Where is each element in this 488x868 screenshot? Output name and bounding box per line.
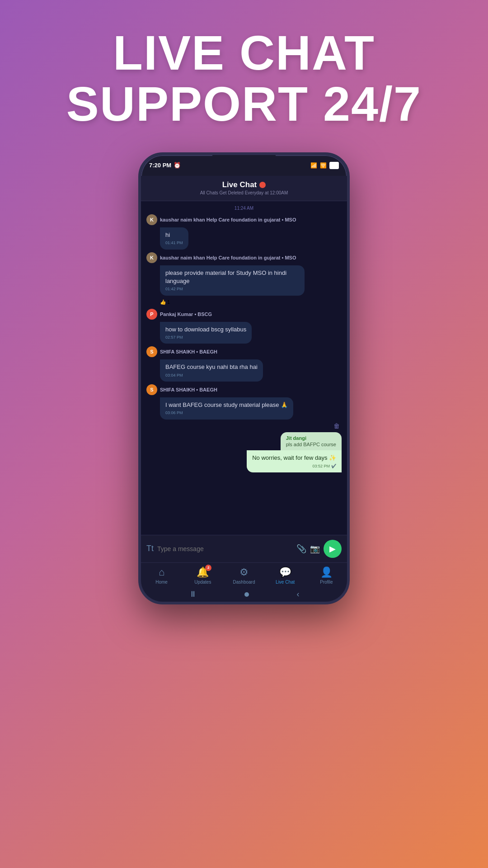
avatar-3: P bbox=[146, 309, 157, 320]
chat-header-title: Live Chat bbox=[141, 180, 347, 189]
send-button[interactable]: ▶ bbox=[324, 540, 342, 558]
home-indicator-bar: ⏸ ‹ bbox=[141, 587, 347, 602]
bubble-left-4: BAFEG course kyu nahi bta rha hai 03:04 … bbox=[160, 359, 263, 382]
bubble-right-6: No worries, wait for few days ✨ 03:52 PM… bbox=[247, 450, 342, 472]
message-group-1: K kaushar naim khan Help Care foundation… bbox=[146, 214, 342, 250]
nav-item-updates[interactable]: 🔔 2 Updates bbox=[182, 563, 223, 587]
profile-nav-icon: 👤 bbox=[320, 566, 333, 578]
time-divider-text: 11:24 AM bbox=[235, 206, 253, 211]
reaction-emoji: 👍 bbox=[160, 299, 166, 305]
home-button[interactable] bbox=[244, 592, 249, 597]
profile-nav-label: Profile bbox=[320, 580, 333, 585]
phone-notch bbox=[212, 155, 276, 168]
bubble-left-1: hi 01:41 PM bbox=[160, 227, 188, 250]
hero-title-line2: SUPPORT 24/7 bbox=[66, 78, 422, 129]
wifi-icon: 🛜 bbox=[320, 162, 327, 169]
msg-time-1: 01:41 PM bbox=[165, 240, 183, 246]
message-group-5: S SHIFA SHAIKH • BAEGH I want BAFEG cour… bbox=[146, 384, 342, 420]
quoted-message: Jit dangi pls add BAFPC course bbox=[281, 432, 342, 451]
avatar-1: K bbox=[146, 214, 157, 225]
nav-item-dashboard[interactable]: ⚙ Dashboard bbox=[223, 563, 264, 587]
dashboard-nav-label: Dashboard bbox=[233, 580, 255, 585]
alarm-icon: ⏰ bbox=[174, 162, 181, 169]
livechat-nav-icon: 💬 bbox=[279, 566, 291, 578]
sender-row-1: K kaushar naim khan Help Care foundation… bbox=[146, 214, 342, 225]
msg-time-6: 03:52 PM ✔️ bbox=[252, 463, 336, 469]
bubble-left-5: I want BAFEG course study material pleas… bbox=[160, 397, 293, 420]
nav-item-home[interactable]: ⌂ Home bbox=[141, 563, 182, 587]
sender-name-5: SHIFA SHAIKH • BAEGH bbox=[160, 387, 217, 392]
nav-item-livechat[interactable]: 💬 Live Chat bbox=[265, 563, 306, 587]
bubble-left-3: how to download bscg syllabus 02:57 PM bbox=[160, 322, 252, 344]
sender-row-5: S SHIFA SHAIKH • BAEGH bbox=[146, 384, 342, 395]
message-group-3: P Pankaj Kumar • BSCG how to download bs… bbox=[146, 309, 342, 344]
pause-icon: ⏸ bbox=[189, 590, 197, 599]
delete-icon[interactable]: 🗑 bbox=[146, 422, 340, 429]
msg-time-5: 03:06 PM bbox=[165, 410, 288, 416]
hero-section: LIVE CHAT SUPPORT 24/7 bbox=[66, 0, 422, 130]
bubble-text-1: hi bbox=[165, 231, 170, 238]
phone-frame: 7:20 PM ⏰ 📶 🛜 25 Live Chat All Chats Get… bbox=[138, 152, 350, 604]
sender-row-3: P Pankaj Kumar • BSCG bbox=[146, 309, 342, 320]
back-icon: ‹ bbox=[297, 590, 300, 599]
battery-icon: 25 bbox=[329, 162, 339, 169]
message-input[interactable] bbox=[157, 545, 293, 552]
format-text-icon[interactable]: Tt bbox=[146, 544, 154, 553]
bottom-nav: ⌂ Home 🔔 2 Updates ⚙ Dashboard 💬 Live Ch… bbox=[141, 562, 347, 587]
signal-icon: 📶 bbox=[310, 162, 317, 169]
sender-name-1: kaushar naim khan Help Care foundation i… bbox=[160, 217, 296, 222]
sender-name-4: SHIFA SHAIKH • BAEGH bbox=[160, 349, 217, 354]
attach-icon[interactable]: 📎 bbox=[296, 544, 306, 554]
live-indicator bbox=[259, 182, 266, 188]
avatar-5: S bbox=[146, 384, 157, 395]
messages-area[interactable]: 11:24 AM K kaushar naim khan Help Care f… bbox=[141, 201, 347, 535]
quote-text: pls add BAFPC course bbox=[286, 441, 336, 448]
updates-badge-container: 🔔 2 bbox=[197, 566, 209, 578]
chat-title-text: Live Chat bbox=[222, 180, 257, 189]
bubble-text-6: No worries, wait for few days ✨ bbox=[252, 454, 336, 461]
chat-header: Live Chat All Chats Get Deleted Everyday… bbox=[141, 176, 347, 201]
msg-time-4: 03:04 PM bbox=[165, 373, 258, 378]
avatar-4: S bbox=[146, 346, 157, 357]
msg-time-2: 01:42 PM bbox=[165, 286, 299, 292]
avatar-2: K bbox=[146, 252, 157, 263]
updates-badge: 2 bbox=[205, 565, 211, 571]
home-nav-label: Home bbox=[155, 580, 168, 585]
status-time-text: 7:20 PM bbox=[149, 162, 171, 169]
hero-title-line1: LIVE CHAT bbox=[66, 27, 422, 78]
status-time: 7:20 PM ⏰ bbox=[149, 162, 181, 169]
status-icons: 📶 🛜 25 bbox=[310, 162, 339, 169]
bubble-text-3: how to download bscg syllabus bbox=[165, 326, 246, 333]
camera-icon[interactable]: 📷 bbox=[310, 544, 320, 554]
updates-nav-label: Updates bbox=[194, 580, 211, 585]
input-bar[interactable]: Tt 📎 📷 ▶ bbox=[141, 535, 347, 562]
msg-time-right-text: 03:52 PM bbox=[312, 463, 330, 469]
bubble-left-2: please provide material for Study MSO in… bbox=[160, 265, 305, 296]
reaction-badge: 👍 1 bbox=[160, 299, 342, 305]
message-group-6: Jit dangi pls add BAFPC course No worrie… bbox=[146, 432, 342, 472]
message-group-4: S SHIFA SHAIKH • BAEGH BAFEG course kyu … bbox=[146, 346, 342, 382]
sender-row-4: S SHIFA SHAIKH • BAEGH bbox=[146, 346, 342, 357]
nav-item-profile[interactable]: 👤 Profile bbox=[306, 563, 347, 587]
bubble-text-5: I want BAFEG course study material pleas… bbox=[165, 401, 288, 408]
time-divider-1124: 11:24 AM bbox=[146, 206, 342, 211]
sender-name-3: Pankaj Kumar • BSCG bbox=[160, 311, 212, 317]
hero-title: LIVE CHAT SUPPORT 24/7 bbox=[66, 27, 422, 130]
dashboard-nav-icon: ⚙ bbox=[239, 566, 249, 578]
message-group-2: K kaushar naim khan Help Care foundation… bbox=[146, 252, 342, 296]
bubble-text-2: please provide material for Study MSO in… bbox=[165, 269, 286, 284]
reaction-count: 1 bbox=[167, 299, 170, 305]
msg-time-3: 02:57 PM bbox=[165, 335, 246, 340]
chat-subtitle: All Chats Get Deleted Everyday at 12:00A… bbox=[141, 190, 347, 195]
sender-row-2: K kaushar naim khan Help Care foundation… bbox=[146, 252, 342, 263]
sender-name-2: kaushar naim khan Help Care foundation i… bbox=[160, 255, 296, 260]
bubble-text-4: BAFEG course kyu nahi bta rha hai bbox=[165, 363, 258, 370]
read-checkmark: ✔️ bbox=[331, 463, 336, 469]
quote-sender-name: Jit dangi bbox=[286, 435, 336, 441]
livechat-nav-label: Live Chat bbox=[276, 580, 295, 585]
home-nav-icon: ⌂ bbox=[159, 566, 164, 578]
